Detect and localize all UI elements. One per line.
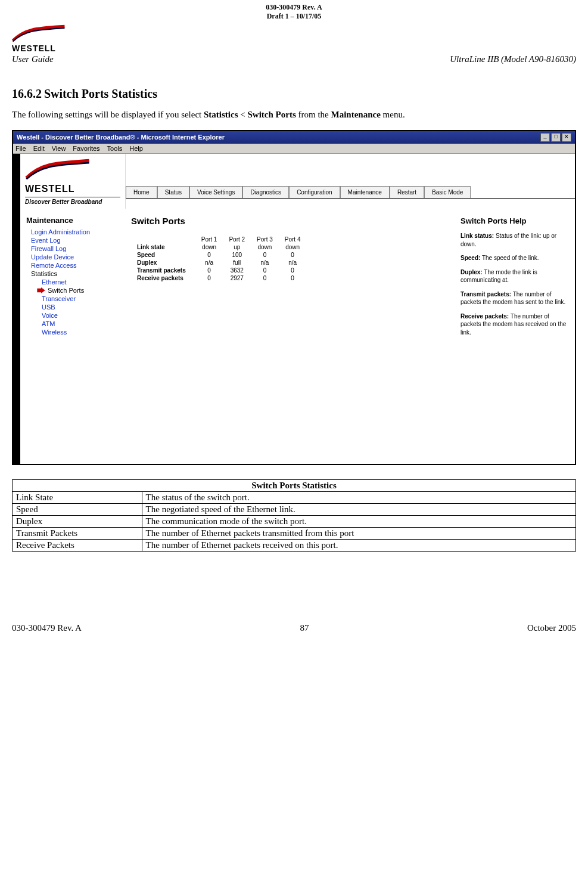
westell-swoosh-icon	[12, 23, 66, 44]
nav-update-device[interactable]: Update Device	[31, 253, 122, 261]
table-row: Link state down up down down	[131, 243, 306, 251]
help-heading: Switch Ports Help	[461, 216, 568, 227]
screenshot-frame: Westell - Discover Better Broadband® - M…	[12, 130, 576, 465]
subnav-voice[interactable]: Voice	[42, 312, 122, 319]
mid-heading: Switch Ports	[131, 216, 447, 226]
mid-content: Switch Ports Port 1 Port 2 Port 3 Port 4…	[125, 209, 453, 464]
table-row: DuplexThe communication mode of the swit…	[13, 515, 576, 527]
menu-tools[interactable]: Tools	[107, 145, 123, 152]
left-nav: Maintenance Login Administration Event L…	[20, 209, 125, 464]
menu-view[interactable]: View	[52, 145, 66, 152]
stats-caption: Switch Ports Statistics	[13, 479, 576, 491]
intro-paragraph: The following settings will be displayed…	[12, 109, 576, 121]
help-column: Switch Ports Help Link status: Status of…	[453, 209, 575, 464]
browser-menu-bar: File Edit View Favorites Tools Help	[13, 144, 575, 154]
brand-column: WESTELL Discover Better Broadband	[20, 154, 126, 209]
table-row: Receive packets 0 2927 0 0	[131, 274, 306, 282]
brand-word: WESTELL	[25, 184, 120, 194]
tab-diagnostics[interactable]: Diagnostics	[242, 186, 289, 198]
tab-maintenance[interactable]: Maintenance	[340, 186, 390, 198]
menu-help[interactable]: Help	[129, 145, 143, 152]
table-row: Duplex n/a full n/a n/a	[131, 259, 306, 267]
section-number: 16.6.2	[12, 87, 42, 101]
tab-configuration[interactable]: Configuration	[289, 186, 340, 198]
westell-swoosh-icon	[25, 157, 91, 181]
nav-remote-access[interactable]: Remote Access	[31, 262, 122, 269]
switch-ports-table: Port 1 Port 2 Port 3 Port 4 Link state d…	[131, 236, 306, 282]
menu-file[interactable]: File	[15, 145, 26, 152]
nav-event-log[interactable]: Event Log	[31, 237, 122, 244]
close-button[interactable]: ×	[562, 133, 571, 142]
window-titlebar: Westell - Discover Better Broadband® - M…	[13, 131, 575, 144]
window-title: Westell - Discover Better Broadband® - M…	[17, 134, 225, 141]
tab-home[interactable]: Home	[126, 186, 157, 198]
model-label: UltraLine IIB (Model A90-816030)	[450, 54, 576, 64]
page-footer: 030-300479 Rev. A 87 October 2005	[12, 623, 576, 633]
westell-wordmark: WESTELL	[12, 44, 56, 53]
brand-tagline: Discover Better Broadband	[25, 197, 120, 205]
table-row: Transmit packets 0 3632 0 0	[131, 267, 306, 274]
westell-logo: WESTELL User Guide	[12, 23, 66, 64]
minimize-button[interactable]: _	[540, 133, 550, 142]
footer-right: October 2005	[527, 623, 576, 633]
nav-login-admin[interactable]: Login Administration	[31, 228, 122, 236]
left-black-bar	[13, 154, 20, 464]
doc-header-line2: Draft 1 – 10/17/05	[12, 12, 576, 21]
subnav-switch-ports[interactable]: Switch Ports	[48, 287, 84, 294]
svg-marker-0	[37, 287, 45, 293]
tab-restart[interactable]: Restart	[390, 186, 424, 198]
footer-left: 030-300479 Rev. A	[12, 623, 82, 633]
subnav-ethernet[interactable]: Ethernet	[42, 278, 122, 286]
subnav-atm[interactable]: ATM	[42, 320, 122, 327]
nav-statistics[interactable]: Statistics	[31, 270, 122, 277]
table-row: Receive PacketsThe number of Ethernet pa…	[13, 539, 576, 551]
table-row: Transmit PacketsThe number of Ethernet p…	[13, 527, 576, 539]
tab-basic-mode[interactable]: Basic Mode	[424, 186, 471, 198]
tab-voice-settings[interactable]: Voice Settings	[189, 186, 242, 198]
menu-edit[interactable]: Edit	[33, 145, 45, 152]
section-title: Switch Ports Statistics	[44, 87, 157, 101]
maximize-button[interactable]: □	[551, 133, 561, 142]
arrow-right-icon	[37, 287, 45, 293]
tab-status[interactable]: Status	[157, 186, 189, 198]
subnav-wireless[interactable]: Wireless	[42, 329, 122, 336]
statistics-definitions-table: Switch Ports Statistics Link StateThe st…	[12, 479, 576, 552]
top-tabs: Home Status Voice Settings Diagnostics C…	[126, 186, 575, 199]
footer-center: 87	[300, 623, 309, 633]
table-row: Speed 0 100 0 0	[131, 251, 306, 259]
subnav-usb[interactable]: USB	[42, 303, 122, 311]
menu-favorites[interactable]: Favorites	[73, 145, 99, 152]
user-guide-label: User Guide	[12, 54, 54, 64]
nav-firewall-log[interactable]: Firewall Log	[31, 245, 122, 252]
nav-heading: Maintenance	[26, 216, 122, 225]
table-row: SpeedThe negotiated speed of the Etherne…	[13, 503, 576, 515]
doc-header-line1: 030-300479 Rev. A	[12, 3, 576, 12]
subnav-transceiver[interactable]: Transceiver	[42, 295, 122, 302]
table-row: Link StateThe status of the switch port.	[13, 491, 576, 503]
section-heading: 16.6.2 Switch Ports Statistics	[12, 87, 576, 101]
table-row: Port 1 Port 2 Port 3 Port 4	[131, 236, 306, 243]
